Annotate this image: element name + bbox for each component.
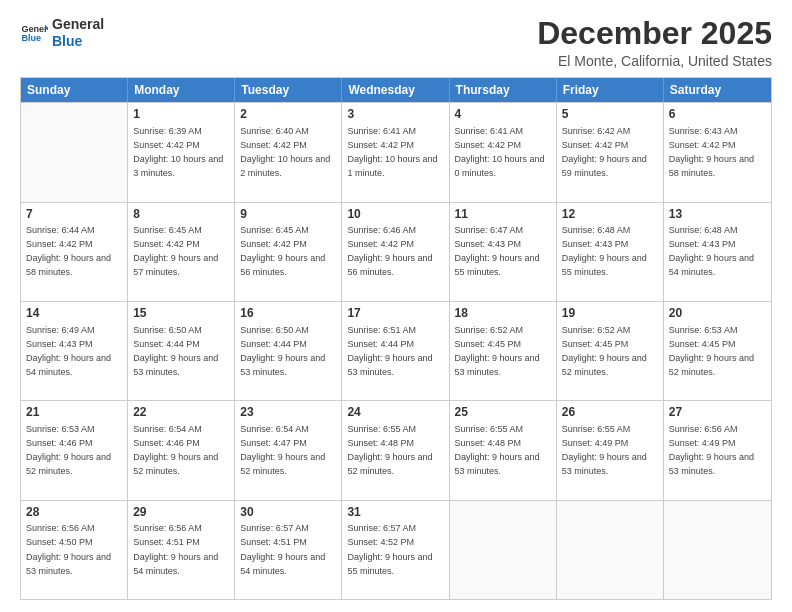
cal-cell-1-6: 13Sunrise: 6:48 AMSunset: 4:43 PMDayligh… [664,203,771,301]
cal-cell-0-6: 6Sunrise: 6:43 AMSunset: 4:42 PMDaylight… [664,103,771,201]
cal-cell-1-1: 8Sunrise: 6:45 AMSunset: 4:42 PMDaylight… [128,203,235,301]
cal-cell-3-4: 25Sunrise: 6:55 AMSunset: 4:48 PMDayligh… [450,401,557,499]
header-tuesday: Tuesday [235,78,342,102]
day-number: 15 [133,305,229,322]
cal-cell-3-5: 26Sunrise: 6:55 AMSunset: 4:49 PMDayligh… [557,401,664,499]
day-number: 19 [562,305,658,322]
cell-info: Sunrise: 6:41 AMSunset: 4:42 PMDaylight:… [347,126,437,178]
cell-info: Sunrise: 6:55 AMSunset: 4:49 PMDaylight:… [562,424,647,476]
cell-info: Sunrise: 6:42 AMSunset: 4:42 PMDaylight:… [562,126,647,178]
calendar-title: December 2025 [537,16,772,51]
cell-info: Sunrise: 6:51 AMSunset: 4:44 PMDaylight:… [347,325,432,377]
day-number: 14 [26,305,122,322]
cell-info: Sunrise: 6:50 AMSunset: 4:44 PMDaylight:… [240,325,325,377]
header: General Blue General Blue December 2025 … [20,16,772,69]
cal-cell-4-4 [450,501,557,599]
day-number: 25 [455,404,551,421]
cal-cell-4-3: 31Sunrise: 6:57 AMSunset: 4:52 PMDayligh… [342,501,449,599]
cal-cell-0-5: 5Sunrise: 6:42 AMSunset: 4:42 PMDaylight… [557,103,664,201]
week-row-0: 1Sunrise: 6:39 AMSunset: 4:42 PMDaylight… [21,102,771,201]
cell-info: Sunrise: 6:55 AMSunset: 4:48 PMDaylight:… [455,424,540,476]
title-block: December 2025 El Monte, California, Unit… [537,16,772,69]
cal-cell-1-2: 9Sunrise: 6:45 AMSunset: 4:42 PMDaylight… [235,203,342,301]
cal-cell-4-2: 30Sunrise: 6:57 AMSunset: 4:51 PMDayligh… [235,501,342,599]
calendar: Sunday Monday Tuesday Wednesday Thursday… [20,77,772,600]
day-number: 22 [133,404,229,421]
cell-info: Sunrise: 6:56 AMSunset: 4:51 PMDaylight:… [133,523,218,575]
cal-cell-2-1: 15Sunrise: 6:50 AMSunset: 4:44 PMDayligh… [128,302,235,400]
cell-info: Sunrise: 6:53 AMSunset: 4:45 PMDaylight:… [669,325,754,377]
cal-cell-0-3: 3Sunrise: 6:41 AMSunset: 4:42 PMDaylight… [342,103,449,201]
cell-info: Sunrise: 6:55 AMSunset: 4:48 PMDaylight:… [347,424,432,476]
cell-info: Sunrise: 6:39 AMSunset: 4:42 PMDaylight:… [133,126,223,178]
svg-text:General: General [21,23,48,33]
day-number: 3 [347,106,443,123]
cal-cell-2-6: 20Sunrise: 6:53 AMSunset: 4:45 PMDayligh… [664,302,771,400]
day-number: 30 [240,504,336,521]
header-sunday: Sunday [21,78,128,102]
cell-info: Sunrise: 6:56 AMSunset: 4:50 PMDaylight:… [26,523,111,575]
logo-icon: General Blue [20,19,48,47]
day-number: 31 [347,504,443,521]
day-number: 2 [240,106,336,123]
cal-cell-2-4: 18Sunrise: 6:52 AMSunset: 4:45 PMDayligh… [450,302,557,400]
cal-cell-4-0: 28Sunrise: 6:56 AMSunset: 4:50 PMDayligh… [21,501,128,599]
day-number: 11 [455,206,551,223]
header-saturday: Saturday [664,78,771,102]
day-number: 29 [133,504,229,521]
cal-cell-1-5: 12Sunrise: 6:48 AMSunset: 4:43 PMDayligh… [557,203,664,301]
page: General Blue General Blue December 2025 … [0,0,792,612]
cal-cell-4-6 [664,501,771,599]
cal-cell-4-1: 29Sunrise: 6:56 AMSunset: 4:51 PMDayligh… [128,501,235,599]
calendar-header: Sunday Monday Tuesday Wednesday Thursday… [21,78,771,102]
cal-cell-1-0: 7Sunrise: 6:44 AMSunset: 4:42 PMDaylight… [21,203,128,301]
day-number: 8 [133,206,229,223]
cell-info: Sunrise: 6:45 AMSunset: 4:42 PMDaylight:… [133,225,218,277]
day-number: 4 [455,106,551,123]
day-number: 18 [455,305,551,322]
cal-cell-2-0: 14Sunrise: 6:49 AMSunset: 4:43 PMDayligh… [21,302,128,400]
header-friday: Friday [557,78,664,102]
cell-info: Sunrise: 6:44 AMSunset: 4:42 PMDaylight:… [26,225,111,277]
cell-info: Sunrise: 6:49 AMSunset: 4:43 PMDaylight:… [26,325,111,377]
cell-info: Sunrise: 6:52 AMSunset: 4:45 PMDaylight:… [455,325,540,377]
cal-cell-2-2: 16Sunrise: 6:50 AMSunset: 4:44 PMDayligh… [235,302,342,400]
cell-info: Sunrise: 6:48 AMSunset: 4:43 PMDaylight:… [669,225,754,277]
logo-general: General [52,16,104,33]
cell-info: Sunrise: 6:48 AMSunset: 4:43 PMDaylight:… [562,225,647,277]
cal-cell-0-4: 4Sunrise: 6:41 AMSunset: 4:42 PMDaylight… [450,103,557,201]
cal-cell-4-5 [557,501,664,599]
cell-info: Sunrise: 6:46 AMSunset: 4:42 PMDaylight:… [347,225,432,277]
day-number: 27 [669,404,766,421]
header-thursday: Thursday [450,78,557,102]
cal-cell-0-0 [21,103,128,201]
week-row-1: 7Sunrise: 6:44 AMSunset: 4:42 PMDaylight… [21,202,771,301]
cal-cell-3-6: 27Sunrise: 6:56 AMSunset: 4:49 PMDayligh… [664,401,771,499]
cell-info: Sunrise: 6:57 AMSunset: 4:51 PMDaylight:… [240,523,325,575]
cal-cell-2-5: 19Sunrise: 6:52 AMSunset: 4:45 PMDayligh… [557,302,664,400]
day-number: 13 [669,206,766,223]
calendar-subtitle: El Monte, California, United States [537,53,772,69]
logo-blue: Blue [52,33,104,50]
day-number: 12 [562,206,658,223]
cell-info: Sunrise: 6:45 AMSunset: 4:42 PMDaylight:… [240,225,325,277]
cell-info: Sunrise: 6:41 AMSunset: 4:42 PMDaylight:… [455,126,545,178]
cal-cell-3-1: 22Sunrise: 6:54 AMSunset: 4:46 PMDayligh… [128,401,235,499]
cell-info: Sunrise: 6:54 AMSunset: 4:46 PMDaylight:… [133,424,218,476]
day-number: 9 [240,206,336,223]
cell-info: Sunrise: 6:53 AMSunset: 4:46 PMDaylight:… [26,424,111,476]
cal-cell-3-0: 21Sunrise: 6:53 AMSunset: 4:46 PMDayligh… [21,401,128,499]
week-row-3: 21Sunrise: 6:53 AMSunset: 4:46 PMDayligh… [21,400,771,499]
cal-cell-1-4: 11Sunrise: 6:47 AMSunset: 4:43 PMDayligh… [450,203,557,301]
day-number: 7 [26,206,122,223]
header-wednesday: Wednesday [342,78,449,102]
cell-info: Sunrise: 6:40 AMSunset: 4:42 PMDaylight:… [240,126,330,178]
day-number: 5 [562,106,658,123]
cell-info: Sunrise: 6:54 AMSunset: 4:47 PMDaylight:… [240,424,325,476]
day-number: 28 [26,504,122,521]
cal-cell-0-1: 1Sunrise: 6:39 AMSunset: 4:42 PMDaylight… [128,103,235,201]
cell-info: Sunrise: 6:56 AMSunset: 4:49 PMDaylight:… [669,424,754,476]
day-number: 23 [240,404,336,421]
calendar-body: 1Sunrise: 6:39 AMSunset: 4:42 PMDaylight… [21,102,771,599]
svg-text:Blue: Blue [21,33,41,43]
